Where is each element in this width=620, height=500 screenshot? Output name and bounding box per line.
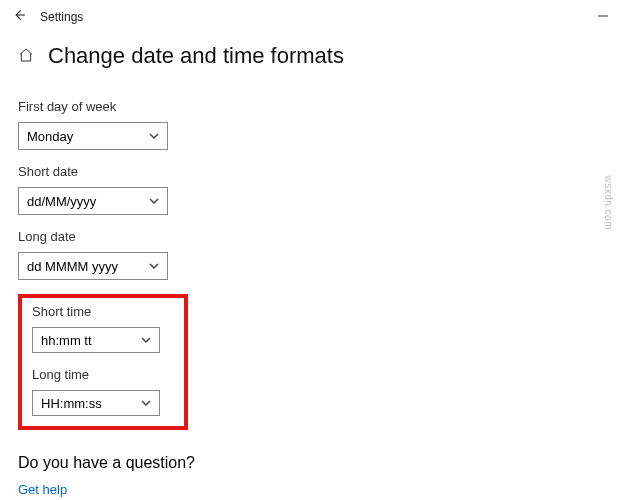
highlight-box: Short time hh:mm tt Long time HH:mm:ss (18, 294, 188, 430)
home-icon[interactable] (18, 47, 34, 66)
short-date-select[interactable]: dd/MM/yyyy (18, 187, 168, 215)
short-time-select[interactable]: hh:mm tt (32, 327, 160, 353)
chevron-down-icon (149, 261, 159, 271)
chevron-down-icon (149, 196, 159, 206)
field-label: Short date (18, 164, 602, 179)
question-heading: Do you have a question? (18, 454, 602, 472)
window-title: Settings (40, 10, 83, 24)
minimize-icon[interactable] (598, 9, 608, 24)
select-value: hh:mm tt (41, 333, 92, 348)
field-label: Short time (32, 304, 174, 319)
select-value: HH:mm:ss (41, 396, 102, 411)
watermark: wsxdn.com (603, 175, 614, 230)
field-first-day-of-week: First day of week Monday (18, 99, 602, 150)
long-date-select[interactable]: dd MMMM yyyy (18, 252, 168, 280)
chevron-down-icon (149, 131, 159, 141)
chevron-down-icon (141, 398, 151, 408)
back-arrow-icon[interactable] (12, 8, 26, 25)
field-long-time: Long time HH:mm:ss (32, 367, 174, 416)
select-value: Monday (27, 129, 73, 144)
select-value: dd/MM/yyyy (27, 194, 96, 209)
field-label: Long date (18, 229, 602, 244)
page-title: Change date and time formats (48, 43, 344, 69)
long-time-select[interactable]: HH:mm:ss (32, 390, 160, 416)
field-short-date: Short date dd/MM/yyyy (18, 164, 602, 215)
field-short-time: Short time hh:mm tt (32, 304, 174, 353)
field-label: Long time (32, 367, 174, 382)
chevron-down-icon (141, 335, 151, 345)
field-long-date: Long date dd MMMM yyyy (18, 229, 602, 280)
field-label: First day of week (18, 99, 602, 114)
get-help-link[interactable]: Get help (18, 482, 602, 497)
first-day-of-week-select[interactable]: Monday (18, 122, 168, 150)
select-value: dd MMMM yyyy (27, 259, 118, 274)
